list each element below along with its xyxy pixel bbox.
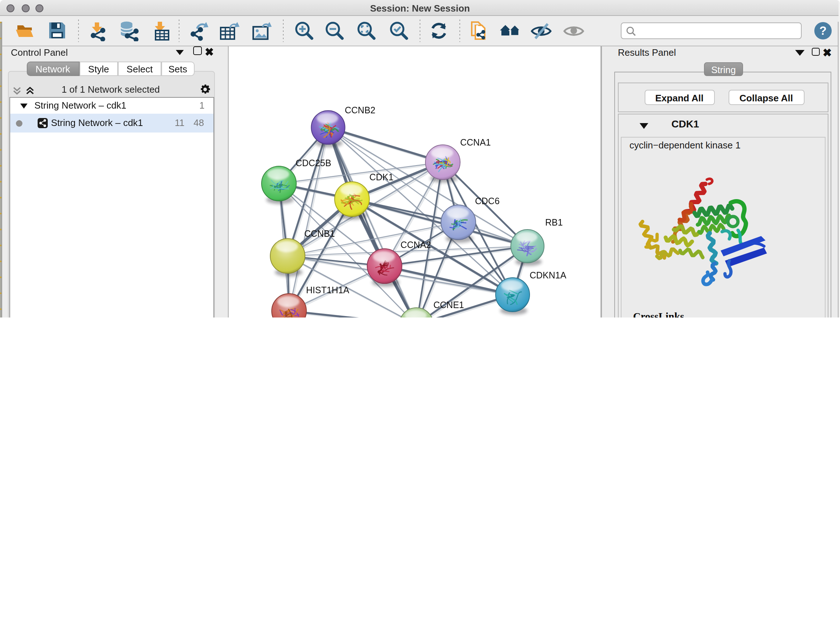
svg-text:CCNB1: CCNB1	[304, 228, 335, 238]
svg-text:CDC25B: CDC25B	[295, 157, 331, 168]
svg-text:CCNE1: CCNE1	[433, 299, 464, 310]
svg-text:CCNB2: CCNB2	[344, 105, 375, 115]
svg-text:CCNA2: CCNA2	[400, 239, 431, 249]
svg-text:CDC6: CDC6	[475, 195, 499, 206]
svg-text:?: ?	[819, 24, 827, 37]
svg-text:CCNA1: CCNA1	[460, 137, 491, 147]
svg-text:HIST1H1A: HIST1H1A	[306, 285, 349, 295]
svg-text:CDK1: CDK1	[369, 172, 393, 182]
svg-text:RB1: RB1	[545, 217, 562, 227]
svg-text:CDKN1A: CDKN1A	[529, 270, 566, 280]
